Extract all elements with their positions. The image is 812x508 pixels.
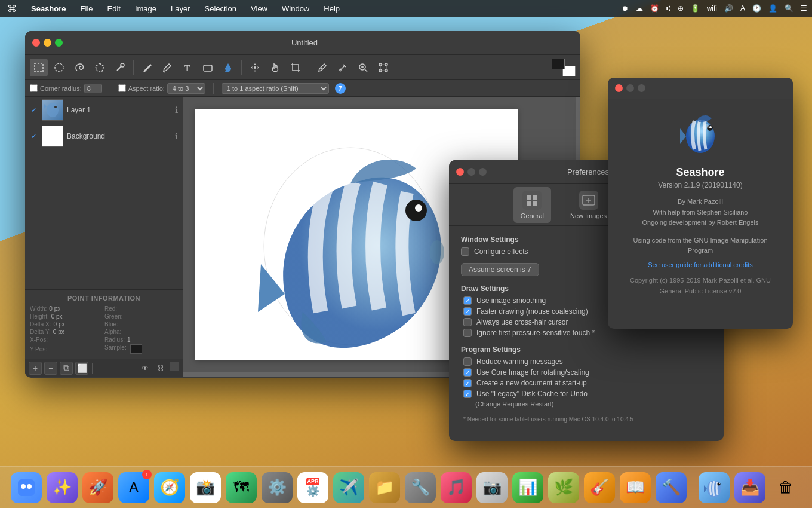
dock-safari[interactable]: 🧭 [154, 472, 185, 503]
layer-bg-visibility[interactable]: ✓ [30, 132, 38, 140]
tool-zoom[interactable] [354, 59, 372, 76]
credit-1: By Mark Pazolli [620, 197, 781, 207]
about-max-button[interactable] [638, 84, 645, 92]
dock-photos[interactable]: 📸 [190, 472, 221, 503]
new-doc-startup-checkbox[interactable]: ✓ [463, 379, 472, 387]
foreground-color[interactable] [552, 59, 565, 69]
tool-rect-select[interactable] [30, 59, 48, 76]
dock-ibooks[interactable]: 📖 [620, 472, 651, 503]
dock-trash[interactable]: 🗑 [770, 472, 801, 503]
menubar: ⌘ Seashore File Edit Image Layer Selecti… [0, 0, 812, 17]
menu-window[interactable]: Window [279, 3, 312, 14]
corner-radius-checkbox[interactable] [30, 84, 38, 92]
layer-options[interactable] [170, 362, 179, 371]
tool-crop[interactable] [287, 59, 304, 76]
corner-radius-group: Corner radius: [30, 84, 102, 93]
dock-launchpad[interactable]: 🚀 [82, 472, 113, 503]
menu-selection[interactable]: Selection [202, 3, 239, 14]
menu-image[interactable]: Image [133, 3, 159, 14]
tool-polygon-select[interactable] [91, 59, 109, 76]
help-button[interactable]: 7 [335, 83, 346, 94]
dock-garageband[interactable]: 🎸 [584, 472, 615, 503]
layer-bg-info[interactable]: ℹ [175, 131, 178, 141]
flatten-layer-button[interactable]: ⬜ [75, 362, 88, 375]
tool-lasso[interactable] [70, 59, 88, 76]
core-image-checkbox[interactable]: ✓ [463, 368, 472, 377]
dock-calendar[interactable]: APR ⚙️ [297, 472, 328, 503]
prefs-tab-general[interactable]: General [513, 187, 551, 223]
dock-maps[interactable]: 🗺 [226, 472, 257, 503]
aspect-ratio-select[interactable]: 4 to 3 1 to 1 16 to 9 [167, 83, 205, 94]
aspect-ratio-preset[interactable]: 1 to 1 aspect ratio (Shift) [222, 83, 329, 94]
layer-link-toggle[interactable]: ⛓ [154, 362, 167, 375]
menubar-search-icon[interactable]: 🔍 [785, 4, 793, 13]
svg-point-23 [430, 240, 444, 264]
dock-numbers[interactable]: 📊 [512, 472, 543, 503]
prefs-close-button[interactable] [456, 168, 464, 176]
dock-finder[interactable] [11, 472, 42, 503]
pressure-checkbox[interactable] [463, 329, 472, 337]
image-smooth-checkbox[interactable]: ✓ [463, 296, 472, 305]
tool-text[interactable]: T [179, 59, 196, 76]
tool-wand[interactable] [111, 59, 129, 76]
dock-downloads[interactable]: 📥 [734, 472, 765, 503]
menu-help[interactable]: Help [321, 3, 342, 14]
layer-visibility-toggle[interactable]: 👁 [139, 362, 152, 375]
configure-effects-checkbox[interactable] [461, 247, 469, 256]
faster-drawing-label: Faster drawing (mouse coalescing) [476, 307, 588, 316]
legacy-cache-checkbox[interactable]: ✓ [463, 390, 472, 398]
dock-photos2[interactable]: 📷 [476, 472, 508, 503]
duplicate-layer-button[interactable]: ⧉ [60, 362, 73, 375]
menu-view[interactable]: View [248, 3, 270, 14]
remove-layer-button[interactable]: − [44, 362, 57, 375]
apple-menu[interactable]: ⌘ [5, 2, 19, 16]
tool-hand[interactable] [266, 59, 284, 76]
prefs-max-button[interactable] [479, 168, 487, 176]
tool-pencil[interactable] [138, 59, 156, 76]
dock-tool[interactable]: 🔧 [405, 472, 436, 503]
layer-1-visibility[interactable]: ✓ [30, 106, 38, 114]
faster-drawing-checkbox[interactable]: ✓ [463, 307, 472, 316]
dock-maps2[interactable]: ✈️ [333, 472, 364, 503]
crosshair-checkbox[interactable] [463, 318, 472, 326]
add-layer-button[interactable]: + [29, 362, 42, 375]
corner-radius-input[interactable] [84, 84, 102, 93]
prefs-min-button[interactable] [467, 168, 475, 176]
tool-transform[interactable] [374, 59, 392, 76]
dock-siri[interactable]: ✨ [47, 472, 78, 503]
dock-xcode[interactable]: 🔨 [656, 472, 687, 503]
about-min-button[interactable] [626, 84, 634, 92]
tool-ellipse-select[interactable] [50, 59, 68, 76]
aspect-ratio-checkbox[interactable] [118, 84, 126, 92]
assume-screen-button[interactable]: Assume screen is 7 [461, 263, 539, 276]
close-button[interactable] [32, 39, 40, 47]
layer-item-1[interactable]: ✓ Layer 1 ℹ [25, 97, 183, 123]
dock-sap[interactable]: 🌿 [548, 472, 579, 503]
tool-eyedropper[interactable] [313, 59, 331, 76]
about-user-guide-link[interactable]: See user guide for additional credits [620, 261, 781, 268]
minimize-button[interactable] [44, 39, 51, 47]
reduce-warnings-checkbox[interactable] [463, 357, 472, 366]
prefs-tab-new-images[interactable]: New Images [563, 187, 614, 223]
about-close-button[interactable] [615, 84, 623, 92]
layer-1-info[interactable]: ℹ [175, 105, 178, 115]
menubar-notif-icon[interactable]: ☰ [801, 4, 807, 13]
dock-music[interactable]: 🎵 [441, 472, 472, 503]
tool-shape[interactable] [199, 59, 217, 76]
tool-fill[interactable] [219, 59, 237, 76]
tool-move[interactable] [246, 59, 264, 76]
dock-seashore[interactable] [699, 472, 730, 503]
menu-edit[interactable]: Edit [105, 3, 123, 14]
dock-sysprefs[interactable]: ⚙️ [262, 472, 293, 503]
tool-brush[interactable] [158, 59, 176, 76]
layer-item-background[interactable]: ✓ Background ℹ [25, 123, 183, 149]
color-swatches[interactable] [552, 59, 576, 76]
dock-folder[interactable]: 📁 [369, 472, 400, 503]
menu-file[interactable]: File [78, 3, 96, 14]
maximize-button[interactable] [55, 39, 63, 47]
options-sep-2 [213, 83, 214, 94]
dock-appstore[interactable]: A 1 [118, 472, 149, 503]
menu-layer[interactable]: Layer [168, 3, 193, 14]
tool-clone[interactable] [334, 59, 352, 76]
app-menu-seashore[interactable]: Seashore [29, 3, 69, 14]
